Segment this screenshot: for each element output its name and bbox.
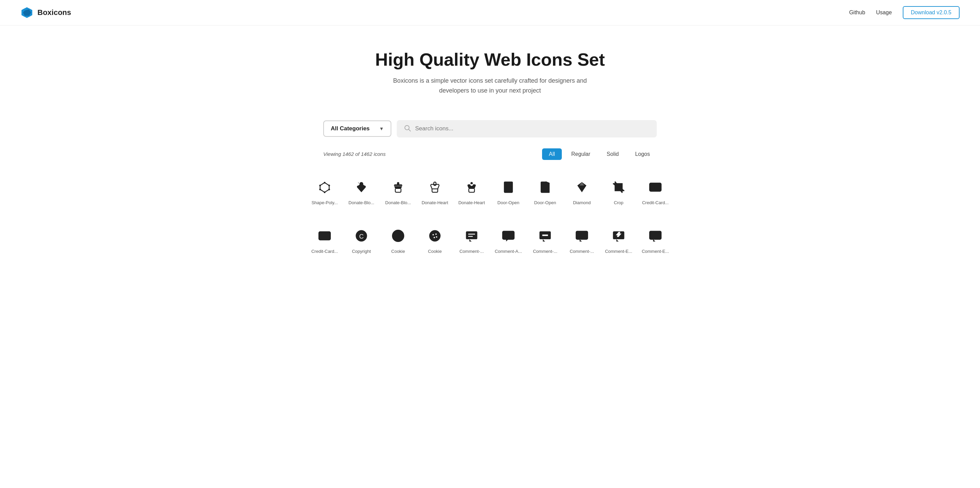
comment-2-item[interactable]: Comment-... [527,222,563,257]
door-open-2-item[interactable]: Door-Open [527,173,563,208]
comment-1-item[interactable]: Comment-... [453,222,490,257]
cookie-1-item[interactable]: Cookie [380,222,417,257]
diamond-item[interactable]: Diamond [563,173,600,208]
comment-a-item[interactable]: Comment-A... [490,222,527,257]
svg-line-15 [320,189,325,192]
credit-card-2-item[interactable]: Credit-Card... [306,222,343,257]
door-open-2-label: Door-Open [534,200,556,205]
donate-blo-2-label: Donate-Blo... [385,200,411,205]
svg-rect-48 [466,231,477,239]
door-open-1-item[interactable]: Door-Open [490,173,527,208]
shape-poly-item[interactable]: Shape-Poly... [306,173,343,208]
comment-e-1-label: Comment-E... [605,249,632,254]
search-row: All Categories ▼ [303,109,677,146]
door-open-1-label: Door-Open [498,200,519,205]
category-select[interactable]: All Categories ▼ [323,121,391,137]
svg-point-24 [545,186,546,188]
filter-solid-button[interactable]: Solid [600,148,626,160]
copyright-icon: C [353,228,369,244]
credit-card-1-item[interactable]: Credit-Card... [637,173,674,208]
comment-e-2-label: Comment-E... [642,249,669,254]
filter-logos-button[interactable]: Logos [628,148,657,160]
cookie-1-icon [390,228,406,244]
credit-card-1-label: Credit-Card... [642,200,669,205]
svg-point-41 [397,237,398,238]
comment-1-icon [463,228,480,244]
svg-rect-28 [615,184,622,191]
cookie-2-icon [427,228,443,244]
donate-heart-2-item[interactable]: Donate-Heart [453,173,490,208]
cookie-2-label: Cookie [428,249,442,254]
svg-rect-33 [319,232,330,240]
boxicons-logo-icon [21,6,33,19]
svg-line-17 [320,183,325,185]
header: Boxicons Github Usage Download v2.0.5 [0,0,980,25]
comment-3-icon [574,228,590,244]
cookie-2-item[interactable]: Cookie [417,222,453,257]
svg-text:C: C [359,232,363,240]
search-icon [404,124,411,134]
shape-poly-icon [317,179,333,196]
svg-rect-32 [655,188,656,189]
download-button[interactable]: Download v2.0.5 [903,6,959,19]
donate-heart-1-item[interactable]: Donate-Heart [417,173,453,208]
svg-point-45 [435,234,437,235]
nav-right: Github Usage Download v2.0.5 [849,6,959,19]
filter-all-button[interactable]: All [542,148,562,160]
svg-point-43 [429,230,440,241]
cookie-1-label: Cookie [391,249,405,254]
svg-marker-57 [543,239,545,242]
comment-3-label: Comment-... [570,249,594,254]
usage-link[interactable]: Usage [876,10,892,16]
credit-card-2-label: Credit-Card... [311,249,338,254]
github-link[interactable]: Github [849,10,865,16]
hero-subtitle: Boxicons is a simple vector icons set ca… [7,76,973,95]
comment-e-1-icon [611,228,627,244]
donate-blo-2-icon [390,179,406,196]
donate-blo-1-icon [353,179,369,196]
filter-row: Viewing 1462 of 1462 icons All Regular S… [303,146,677,167]
donate-heart-2-icon [463,179,480,196]
svg-rect-52 [503,231,514,239]
svg-point-39 [396,234,397,235]
credit-card-2-icon [317,228,333,244]
viewing-count: Viewing 1462 of 1462 icons [323,151,385,157]
copyright-label: Copyright [352,249,371,254]
logo-area: Boxicons [21,6,71,19]
svg-point-47 [436,236,437,238]
hero-section: High Quality Web Icons Set Boxicons is a… [0,25,980,109]
svg-marker-49 [469,239,472,242]
hero-title: High Quality Web Icons Set [7,49,973,70]
svg-line-14 [325,189,329,192]
icons-row-2: Credit-Card... C Copyright Cookie Cookie [306,222,674,257]
comment-1-label: Comment-... [460,249,484,254]
search-box [397,120,657,137]
chevron-down-icon: ▼ [379,126,384,131]
svg-rect-29 [649,183,661,191]
comment-2-icon [537,228,553,244]
category-label: All Categories [331,125,369,132]
filter-regular-button[interactable]: Regular [565,148,597,160]
svg-point-42 [399,236,400,237]
svg-rect-31 [651,188,654,189]
svg-point-44 [433,234,434,235]
donate-blo-1-label: Donate-Blo... [348,200,374,205]
copyright-item[interactable]: C Copyright [343,222,380,257]
crop-item[interactable]: Crop [600,173,637,208]
icons-section: Shape-Poly... Donate-Blo... Donate-Blo..… [286,167,694,291]
logo-text: Boxicons [37,8,71,17]
filter-buttons: All Regular Solid Logos [542,148,657,160]
donate-heart-2-label: Donate-Heart [458,200,485,205]
door-open-1-icon [500,179,517,196]
comment-e-2-item[interactable]: Comment-E... [637,222,674,257]
donate-heart-1-icon [427,179,443,196]
search-input[interactable] [415,125,650,132]
crop-label: Crop [614,200,624,205]
donate-blo-1-item[interactable]: Donate-Blo... [343,173,380,208]
comment-3-item[interactable]: Comment-... [563,222,600,257]
donate-heart-1-label: Donate-Heart [422,200,448,205]
donate-blo-2-item[interactable]: Donate-Blo... [380,173,417,208]
comment-e-1-item[interactable]: Comment-E... [600,222,637,257]
credit-card-1-icon [647,179,663,196]
door-open-2-icon [537,179,553,196]
